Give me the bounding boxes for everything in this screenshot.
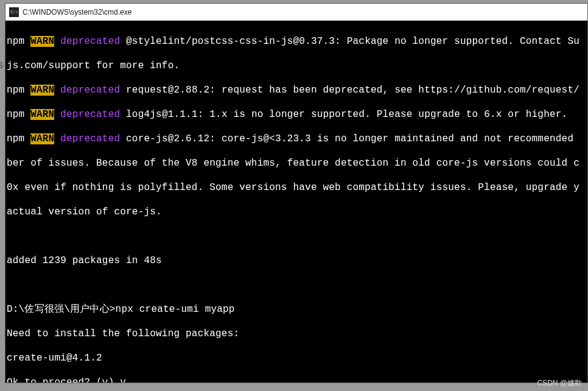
warn-line-4c: 0x even if nothing is polyfilled. Some v… xyxy=(7,181,586,194)
warn-badge: WARN xyxy=(30,109,54,120)
npm-label: npm xyxy=(7,109,24,120)
warn-badge: WARN xyxy=(30,133,54,144)
titlebar[interactable]: C:\ C:\WINDOWS\system32\cmd.exe xyxy=(5,4,587,21)
warn-badge: WARN xyxy=(30,85,54,96)
deprecated-label: deprecated xyxy=(60,109,120,120)
cmd-window: C:\ C:\WINDOWS\system32\cmd.exe npm WARN… xyxy=(5,3,588,383)
warn-line-4: core-js@2.6.12: core-js@<3.23.3 is no lo… xyxy=(120,133,579,144)
proceed-prompt: Ok to proceed? (y) y xyxy=(7,376,586,382)
deprecated-label: deprecated xyxy=(60,36,120,47)
prompt-1: D:\佐写很强\用户中心>npx create-umi myapp xyxy=(7,303,586,315)
warn-line-1: @stylelint/postcss-css-in-js@0.37.3: Pac… xyxy=(120,36,579,47)
warn-line-2: request@2.88.2: request has been depreca… xyxy=(120,85,579,96)
watermark: CSDN @爐歡 xyxy=(537,378,582,389)
install-prompt: Need to install the following packages: xyxy=(7,328,586,340)
terminal-output[interactable]: npm WARN deprecated @stylelint/postcss-c… xyxy=(5,21,587,382)
npm-label: npm xyxy=(7,85,24,96)
warn-line-4b: ber of issues. Because of the V8 engine … xyxy=(7,157,586,169)
added-packages: added 1239 packages in 48s xyxy=(7,255,586,267)
warn-line-4d: actual version of core-js. xyxy=(7,206,586,218)
warn-line-1b: js.com/support for more info. xyxy=(7,60,586,72)
npm-label: npm xyxy=(7,36,24,47)
warn-line-3: log4js@1.1.1: 1.x is no longer supported… xyxy=(120,109,567,120)
deprecated-label: deprecated xyxy=(60,133,120,144)
npm-label: npm xyxy=(7,133,24,144)
deprecated-label: deprecated xyxy=(60,85,120,96)
warn-badge: WARN xyxy=(30,36,54,47)
background-text: S xyxy=(0,61,3,71)
window-title: C:\WINDOWS\system32\cmd.exe xyxy=(23,8,131,16)
cmd-icon: C:\ xyxy=(9,7,19,17)
package-name: create-umi@4.1.2 xyxy=(7,352,586,364)
